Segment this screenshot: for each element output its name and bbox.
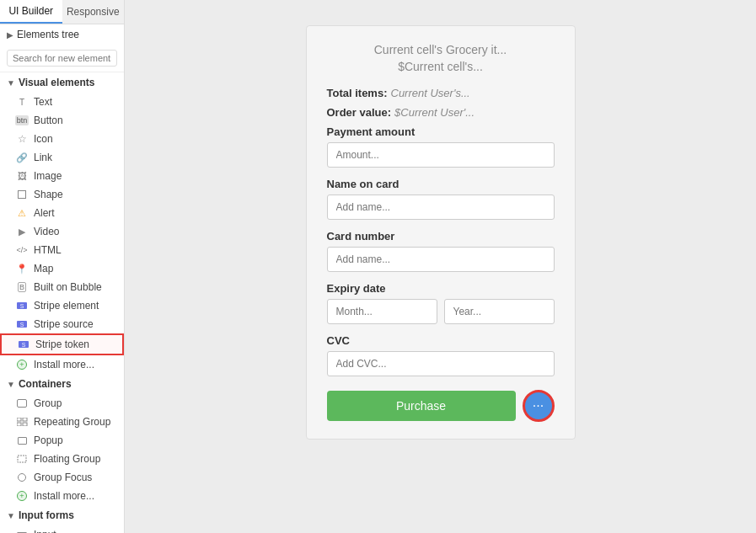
item-label: Group Focus [34, 472, 92, 483]
sidebar-item-stripe-element[interactable]: S Stripe element [0, 296, 124, 315]
panel-title-2: $Current cell's... [327, 60, 555, 73]
sidebar-item-button[interactable]: btn Button [0, 111, 124, 130]
item-label: Floating Group [34, 453, 100, 465]
svg-rect-2 [17, 423, 21, 426]
section-containers-arrow: ▼ [7, 380, 15, 389]
item-label: Install more... [34, 490, 94, 502]
floating-group-icon [15, 452, 29, 466]
button-icon: btn [15, 114, 29, 127]
total-items-label: Total items: [327, 87, 388, 99]
expiry-date-field: Expiry date [327, 282, 555, 324]
sidebar-item-stripe-source[interactable]: S Stripe source [0, 315, 124, 333]
elements-tree-arrow: ▶ [7, 30, 13, 40]
input-icon [15, 528, 29, 533]
item-label: Stripe token [35, 338, 89, 350]
sidebar-item-link[interactable]: 🔗 Link [0, 148, 124, 167]
purchase-button[interactable]: Purchase [327, 391, 516, 421]
cvc-field: CVC [327, 334, 555, 376]
item-label: Input [34, 529, 56, 533]
section-input-label: Input forms [19, 509, 74, 521]
payment-amount-input[interactable] [327, 142, 555, 168]
sidebar-item-input[interactable]: Input [0, 525, 124, 533]
svg-rect-4 [18, 456, 26, 462]
section-visual-elements[interactable]: ▼ Visual elements [0, 72, 124, 93]
item-label: Text [34, 96, 52, 108]
item-label: Group [34, 397, 62, 409]
install-visual-icon: + [15, 358, 29, 371]
name-on-card-field: Name on card [327, 178, 555, 220]
section-input-arrow: ▼ [7, 511, 15, 520]
sidebar-item-install-visual[interactable]: + Install more... [0, 355, 124, 374]
tab-responsive[interactable]: Responsive [62, 0, 125, 24]
sidebar-item-repeating-group[interactable]: Repeating Group [0, 413, 124, 431]
sidebar-item-floating-group[interactable]: Floating Group [0, 450, 124, 468]
card-number-input[interactable] [327, 247, 555, 272]
cvc-input[interactable] [327, 351, 555, 376]
text-icon: T [15, 95, 29, 109]
sidebar-item-text[interactable]: T Text [0, 93, 124, 111]
bubble-icon: B [15, 280, 29, 294]
sidebar-item-video[interactable]: ▶ Video [0, 222, 124, 241]
elements-tree-label: Elements tree [17, 29, 79, 40]
icon-icon: ☆ [15, 132, 29, 146]
item-label: Link [34, 152, 52, 163]
item-label: Stripe source [34, 318, 94, 330]
item-label: Button [34, 115, 63, 126]
stripe-element-icon: S [15, 299, 29, 312]
item-label: Install more... [34, 359, 94, 370]
circle-button[interactable]: ··· [523, 390, 555, 422]
item-label: Shape [34, 189, 63, 200]
sidebar-item-group-focus[interactable]: Group Focus [0, 468, 124, 487]
section-containers-label: Containers [19, 378, 72, 390]
sidebar-item-install-containers[interactable]: + Install more... [0, 487, 124, 505]
elements-tree-row[interactable]: ▶ Elements tree [0, 24, 124, 45]
image-icon: 🖼 [15, 169, 29, 183]
card-number-label: Card number [327, 230, 555, 243]
install-containers-icon: + [15, 489, 29, 503]
sidebar-item-alert[interactable]: ⚠ Alert [0, 204, 124, 222]
group-focus-icon [15, 471, 29, 484]
floating-group-svg [17, 455, 28, 464]
cvc-label: CVC [327, 334, 555, 347]
sidebar-item-bubble[interactable]: B Built on Bubble [0, 278, 124, 296]
sidebar: UI Builder Responsive ▶ Elements tree ▼ … [0, 0, 125, 533]
item-label: Map [34, 263, 53, 274]
expiry-month-input[interactable] [327, 299, 437, 324]
popup-icon [15, 434, 29, 447]
purchase-row: Purchase ··· [327, 390, 555, 422]
sidebar-item-image[interactable]: 🖼 Image [0, 167, 124, 185]
repeating-group-svg [17, 418, 28, 426]
sidebar-item-icon[interactable]: ☆ Icon [0, 130, 124, 148]
tab-ui-builder[interactable]: UI Builder [0, 0, 62, 24]
panel-title-1: Current cell's Grocery it... [327, 43, 555, 56]
sidebar-item-stripe-token[interactable]: S Stripe token [0, 333, 124, 355]
search-input[interactable] [7, 50, 117, 67]
alert-icon: ⚠ [15, 206, 29, 220]
card-number-field: Card number [327, 230, 555, 272]
expiry-year-input[interactable] [444, 299, 555, 324]
section-containers[interactable]: ▼ Containers [0, 374, 124, 394]
expiry-date-row [327, 299, 555, 324]
sidebar-item-shape[interactable]: Shape [0, 185, 124, 204]
order-value-value: $Current User'... [394, 106, 475, 119]
sidebar-item-map[interactable]: 📍 Map [0, 259, 124, 278]
item-label: Video [34, 226, 59, 237]
item-label: Icon [34, 133, 53, 145]
group-icon [15, 397, 29, 410]
item-label: Popup [34, 434, 63, 446]
name-on-card-label: Name on card [327, 178, 555, 190]
sidebar-item-popup[interactable]: Popup [0, 431, 124, 450]
item-label: Alert [34, 207, 55, 219]
sidebar-item-html[interactable]: </> HTML [0, 241, 124, 259]
link-icon: 🔗 [15, 151, 29, 164]
section-input-forms[interactable]: ▼ Input forms [0, 505, 124, 525]
stripe-source-icon: S [15, 317, 29, 331]
svg-rect-0 [17, 418, 21, 421]
name-on-card-input[interactable] [327, 195, 555, 220]
sidebar-item-group[interactable]: Group [0, 394, 124, 413]
shape-icon [15, 188, 29, 201]
expiry-date-label: Expiry date [327, 282, 555, 295]
item-label: Stripe element [34, 300, 99, 312]
html-icon: </> [15, 243, 29, 257]
search-box [0, 45, 124, 72]
